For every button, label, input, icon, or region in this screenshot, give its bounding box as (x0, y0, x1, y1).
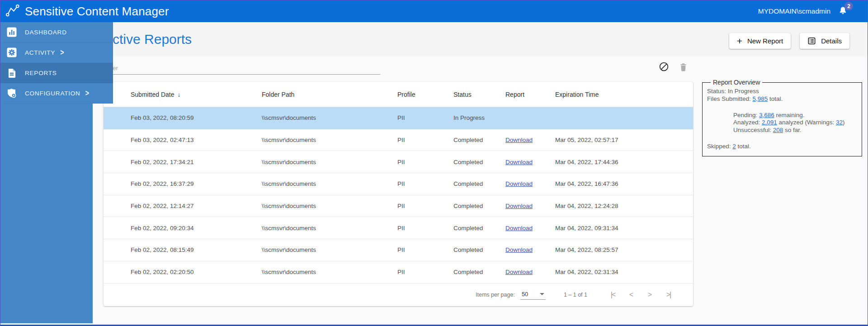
cell-report: Download (505, 180, 555, 187)
cell-profile: PII (397, 246, 453, 253)
table-row[interactable]: Feb 02, 2022, 08:15:49\\scmsvr\documents… (104, 239, 693, 261)
cell-expiration: Mar 04, 2022, 02:31:34 (555, 269, 693, 275)
table-row[interactable]: Feb 03, 2022, 02:47:13\\scmsvr\documents… (104, 129, 693, 151)
overview-text: Skipped: (707, 143, 732, 150)
cell-submitted: Feb 02, 2022, 16:37:29 (131, 180, 262, 187)
overview-count-link[interactable]: 3,686 (759, 112, 774, 118)
download-link[interactable]: Download (505, 180, 533, 187)
app-header: Sensitive Content Manager MYDOMAIN\scmad… (0, 0, 868, 22)
sort-descending-icon: ↓ (178, 91, 181, 98)
overview-line: Pending: 3,686 remaining. (733, 112, 857, 119)
cell-submitted: Feb 02, 2022, 08:15:49 (131, 246, 262, 253)
activity-icon (6, 47, 17, 58)
column-header-report[interactable]: Report (505, 91, 555, 98)
app-title: Sensitive Content Manager (25, 5, 169, 19)
table-row[interactable]: Feb 02, 2022, 09:20:34\\scmsvr\documents… (104, 217, 693, 239)
table-row[interactable]: Feb 03, 2022, 08:20:59\\scmsvr\documents… (104, 107, 693, 129)
sidebar-item-dashboard[interactable]: DASHBOARD (0, 22, 113, 43)
bell-icon (838, 10, 848, 18)
sidebar-item-label: DASHBOARD (25, 29, 67, 36)
sidebar-nav: DASHBOARDACTIVITY>REPORTSCONFIGURATION> (0, 22, 113, 104)
page-actions: + New Report Details (729, 33, 849, 49)
cell-expiration: Mar 05, 2022, 02:57:17 (555, 137, 693, 143)
dashboard-icon (6, 27, 17, 38)
overview-line: Analyzed: 2,091 analyzed (Warnings: 32) (733, 119, 857, 127)
overview-text: ) (843, 119, 845, 126)
plus-icon: + (737, 36, 742, 46)
overview-text: analyzed (Warnings: (777, 119, 836, 126)
overview-count-link[interactable]: 2 (732, 143, 736, 150)
details-button[interactable]: Details (800, 33, 849, 49)
download-link[interactable]: Download (505, 137, 533, 143)
first-page-button[interactable]: |< (604, 291, 622, 299)
filter-input[interactable] (104, 63, 380, 75)
overview-count-link[interactable]: 32 (836, 119, 843, 126)
overview-text: total. (768, 95, 783, 102)
overview-count-link[interactable]: 5,985 (753, 95, 768, 102)
table-row[interactable]: Feb 02, 2022, 17:34:21\\scmsvr\documents… (104, 151, 693, 173)
sidebar-item-activity[interactable]: ACTIVITY> (0, 43, 113, 63)
overview-spacer (707, 103, 857, 112)
reports-table-card: Submitted Date↓Folder PathProfileStatusR… (104, 82, 693, 306)
previous-page-button[interactable]: < (622, 291, 641, 299)
sidebar-item-configuration[interactable]: CONFIGURATION> (0, 83, 113, 104)
new-report-button[interactable]: + New Report (729, 33, 791, 49)
cancel-report-icon[interactable] (659, 61, 670, 72)
notifications-button[interactable]: 2 (838, 6, 849, 17)
overview-count-link[interactable]: 2,091 (762, 119, 777, 126)
delete-trash-icon[interactable] (679, 62, 689, 73)
overview-text: Analyzed: (733, 119, 762, 126)
cell-profile: PII (397, 114, 453, 121)
cell-submitted: Feb 02, 2022, 02:20:50 (131, 269, 262, 275)
column-header-label: Profile (397, 91, 415, 98)
download-link[interactable]: Download (505, 203, 533, 209)
page-size-value: 50 (522, 291, 528, 298)
paginator: Items per page: 50 1 – 1 of 1 |< < > >| (104, 283, 693, 306)
overview-count-link[interactable]: 208 (773, 127, 783, 133)
items-per-page-label: Items per page: (476, 292, 515, 298)
cell-profile: PII (397, 225, 453, 232)
chevron-right-icon: > (85, 89, 90, 98)
page-size-select[interactable]: 50 (520, 290, 546, 300)
cell-folder: \\scmsvr\documents (262, 180, 397, 187)
cell-report: Download (505, 203, 555, 209)
next-page-button[interactable]: > (641, 291, 659, 299)
overview-line: Files Submitted: 5,985 total. (707, 95, 857, 103)
page-title: Active Reports (104, 32, 192, 47)
logged-in-user: MYDOMAIN\scmadmin (758, 7, 830, 15)
cell-submitted: Feb 03, 2022, 08:20:59 (131, 114, 262, 121)
main-content: Submitted Date↓Folder PathProfileStatusR… (93, 56, 867, 323)
download-link[interactable]: Download (505, 159, 533, 165)
cell-profile: PII (397, 203, 453, 209)
sidebar-item-reports[interactable]: REPORTS (0, 63, 113, 83)
cell-submitted: Feb 02, 2022, 17:34:21 (131, 159, 262, 165)
table-row[interactable]: Feb 02, 2022, 02:20:50\\scmsvr\documents… (104, 261, 693, 283)
cell-status: Completed (453, 159, 505, 165)
report-overview-title: Report Overview (711, 79, 762, 86)
column-header-submitted-date[interactable]: Submitted Date↓ (131, 91, 262, 98)
column-header-expiration-time[interactable]: Expiration Time (555, 91, 693, 98)
overview-text: Unsuccessful: (733, 127, 773, 133)
configuration-icon (6, 88, 17, 99)
cell-submitted: Feb 02, 2022, 12:14:27 (131, 203, 262, 209)
overview-text: so far. (783, 127, 802, 133)
download-link[interactable]: Download (505, 246, 533, 253)
cell-status: In Progress (453, 114, 505, 121)
cell-folder: \\scmsvr\documents (262, 137, 397, 143)
table-row[interactable]: Feb 02, 2022, 12:14:27\\scmsvr\documents… (104, 195, 693, 217)
column-header-label: Expiration Time (555, 91, 599, 98)
cell-folder: \\scmsvr\documents (262, 225, 397, 232)
overview-line: Unsuccessful: 208 so far. (733, 127, 857, 134)
cell-folder: \\scmsvr\documents (262, 269, 397, 275)
column-header-folder-path[interactable]: Folder Path (262, 91, 397, 98)
sidebar-item-label: ACTIVITY (25, 49, 55, 56)
column-header-profile[interactable]: Profile (397, 91, 453, 98)
last-page-button[interactable]: >| (659, 291, 678, 299)
download-link[interactable]: Download (505, 269, 533, 275)
reports-icon (6, 67, 17, 78)
table-row[interactable]: Feb 02, 2022, 16:37:29\\scmsvr\documents… (104, 173, 693, 195)
column-header-status[interactable]: Status (453, 91, 505, 98)
download-link[interactable]: Download (505, 225, 533, 232)
overview-text: total. (736, 143, 751, 150)
cell-submitted: Feb 03, 2022, 02:47:13 (131, 137, 262, 143)
